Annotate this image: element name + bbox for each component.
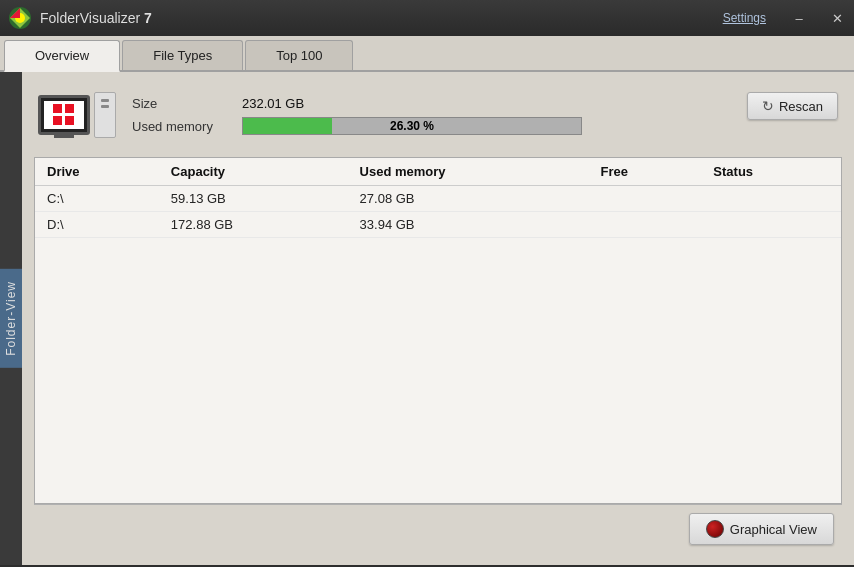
title-bar: FolderVisualizer 7 Settings – ✕ [0,0,854,36]
drive-table-body: C:\59.13 GB27.08 GBD:\172.88 GB33.94 GB [35,186,841,238]
tab-file-types[interactable]: File Types [122,40,243,70]
cell-capacity: 59.13 GB [159,186,348,212]
settings-link[interactable]: Settings [715,11,774,25]
size-row: Size 232.01 GB [132,96,838,111]
table-row: C:\59.13 GB27.08 GB [35,186,841,212]
main-wrapper: Folder-View [0,72,854,565]
col-used-memory: Used memory [348,158,589,186]
cell-free [589,212,702,238]
rescan-button[interactable]: ↻ Rescan [747,92,838,120]
cell-free [589,186,702,212]
cell-drive: D:\ [35,212,159,238]
monitor-screen [44,101,84,129]
rescan-label: Rescan [779,99,823,114]
col-capacity: Capacity [159,158,348,186]
progress-label: 26.30 % [390,119,434,133]
cell-used_memory: 27.08 GB [348,186,589,212]
tab-top100[interactable]: Top 100 [245,40,353,70]
progress-fill [243,118,332,134]
col-free: Free [589,158,702,186]
info-section: Size 232.01 GB Used memory 26.30 % ↻ Res… [34,84,842,149]
windows-logo-icon [53,104,75,126]
graphical-view-label: Graphical View [730,522,817,537]
sidebar-label[interactable]: Folder-View [0,269,22,368]
content-area: Size 232.01 GB Used memory 26.30 % ↻ Res… [22,72,854,565]
cell-drive: C:\ [35,186,159,212]
used-memory-label: Used memory [132,119,242,134]
close-button[interactable]: ✕ [824,5,850,31]
minimize-button[interactable]: – [786,5,812,31]
bottom-bar: Graphical View [34,504,842,553]
cell-used_memory: 33.94 GB [348,212,589,238]
cell-status [701,186,841,212]
cell-capacity: 172.88 GB [159,212,348,238]
tab-bar: Overview File Types Top 100 [0,36,854,72]
col-status: Status [701,158,841,186]
cell-status [701,212,841,238]
app-logo-icon [8,6,32,30]
graphical-view-icon [706,520,724,538]
monitor-icon [38,95,90,135]
tab-overview[interactable]: Overview [4,40,120,72]
size-info: Size 232.01 GB Used memory 26.30 % [132,92,838,141]
monitor-stand [54,132,74,138]
computer-icon [38,92,116,138]
drive-table: Drive Capacity Used memory Free Status C… [34,157,842,504]
sidebar[interactable]: Folder-View [0,72,22,565]
refresh-icon: ↻ [762,98,774,114]
tower-light-2 [101,105,109,108]
graphical-view-button[interactable]: Graphical View [689,513,834,545]
table-header-row: Drive Capacity Used memory Free Status [35,158,841,186]
title-bar-controls: Settings – ✕ [715,0,854,36]
table-row: D:\172.88 GB33.94 GB [35,212,841,238]
size-value: 232.01 GB [242,96,304,111]
col-drive: Drive [35,158,159,186]
memory-progress-bar: 26.30 % [242,117,582,135]
tower-icon [94,92,116,138]
used-memory-row: Used memory 26.30 % [132,117,838,135]
tower-light-1 [101,99,109,102]
size-label: Size [132,96,242,111]
